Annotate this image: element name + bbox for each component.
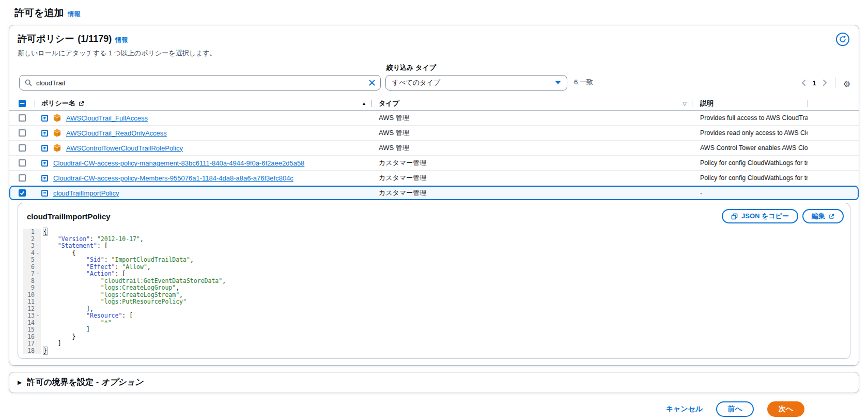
fold-marker-icon[interactable]: -: [35, 243, 41, 250]
chevron-down-icon: [555, 81, 561, 84]
page-info-link[interactable]: 情報: [68, 10, 80, 19]
column-policy-name[interactable]: ポリシー名: [41, 99, 75, 108]
fold-marker-icon[interactable]: [35, 278, 41, 285]
sort-icon[interactable]: ▽: [683, 101, 687, 107]
fold-marker-icon[interactable]: [35, 320, 41, 327]
fold-marker-icon[interactable]: [35, 257, 41, 264]
code-line: 10 "logs:CreateLogStream",: [23, 292, 846, 299]
code-line: 11 "logs:PutResourcePolicy": [23, 298, 846, 306]
fold-marker-icon[interactable]: [35, 264, 41, 271]
fold-marker-icon[interactable]: -: [35, 271, 41, 278]
fold-marker-icon[interactable]: -: [35, 312, 41, 320]
table-row[interactable]: Cloudtrail-CW-access-policy-management-8…: [9, 156, 859, 171]
policy-json-code[interactable]: 1- { 2 "Version": "2012-10-17", 3- "Stat…: [18, 228, 850, 358]
refresh-button[interactable]: [836, 33, 849, 46]
policy-type: カスタマー管理: [371, 173, 692, 183]
refresh-icon: [839, 36, 846, 43]
fold-marker-icon[interactable]: [35, 334, 41, 341]
external-link-icon: [829, 214, 834, 219]
expand-toggle-icon[interactable]: [41, 160, 48, 167]
table-row[interactable]: AWSCloudTrail_FullAccess AWS 管理 Provides…: [9, 111, 859, 126]
policy-name-link[interactable]: Cloudtrail-CW-access-policy-management-8…: [53, 159, 304, 167]
next-button[interactable]: 次へ: [767, 401, 804, 417]
fold-marker-icon[interactable]: [35, 284, 41, 292]
code-line: 18 }: [23, 348, 846, 355]
row-checkbox[interactable]: [19, 144, 26, 152]
expand-toggle-icon[interactable]: [41, 175, 48, 182]
policy-table-body: AWSCloudTrail_FullAccess AWS 管理 Provides…: [9, 111, 859, 201]
previous-button[interactable]: 前へ: [716, 401, 753, 417]
cancel-button[interactable]: キャンセル: [666, 404, 703, 414]
table-preferences-gear-icon[interactable]: ⚙: [843, 80, 850, 88]
fold-marker-icon[interactable]: [35, 348, 41, 355]
code-line: 15 ]: [23, 326, 846, 334]
aws-managed-policy-icon: [53, 129, 61, 137]
clear-search-icon[interactable]: [369, 80, 375, 86]
line-number: 11: [23, 298, 35, 306]
code-line: 6 "Effect": "Allow",: [23, 264, 846, 271]
panel-info-link[interactable]: 情報: [115, 36, 128, 44]
fold-marker-icon[interactable]: [35, 306, 41, 313]
table-row[interactable]: Cloudtrail-CW-access-policy-Members-9550…: [9, 171, 859, 186]
line-number: 1: [23, 229, 35, 236]
policy-description: Provides read only access to AWS Clou…: [692, 129, 808, 137]
line-number: 13: [23, 312, 35, 320]
column-type[interactable]: タイプ: [379, 99, 399, 108]
search-input[interactable]: [36, 79, 365, 87]
next-page-icon[interactable]: [822, 78, 829, 87]
pagination: 1: [800, 77, 838, 88]
policy-description: Policy for config CloudWathLogs for tr…: [692, 174, 808, 182]
expand-toggle-icon[interactable]: [41, 130, 48, 137]
expander-caret-icon[interactable]: ▶: [18, 379, 22, 386]
fold-marker-icon[interactable]: -: [35, 229, 41, 236]
fold-marker-icon[interactable]: [35, 340, 41, 348]
line-number: 10: [23, 292, 35, 299]
page-header: 許可を追加 情報: [0, 0, 868, 24]
fold-marker-icon[interactable]: -: [35, 250, 41, 257]
policy-name-link[interactable]: cloudTrailImportPolicy: [53, 189, 119, 197]
select-all-checkbox[interactable]: [19, 100, 26, 107]
policy-name-link[interactable]: Cloudtrail-CW-access-policy-Members-9550…: [53, 174, 293, 182]
current-page-number[interactable]: 1: [810, 79, 818, 87]
row-checkbox[interactable]: [19, 159, 26, 167]
sort-ascending-icon[interactable]: ▲: [362, 101, 366, 106]
edit-policy-button[interactable]: 編集: [802, 209, 844, 223]
line-number: 7: [23, 271, 35, 278]
column-description: 説明: [700, 99, 714, 108]
match-count: 6 一致: [574, 78, 593, 87]
policy-type: カスタマー管理: [371, 158, 692, 168]
code-line: 17 ]: [23, 340, 846, 348]
code-line: 14 "*": [23, 320, 846, 327]
expand-toggle-icon[interactable]: [41, 145, 48, 152]
fold-marker-icon[interactable]: [35, 326, 41, 334]
policy-description: -: [692, 189, 808, 197]
copy-json-button[interactable]: JSON をコピー: [722, 209, 798, 223]
policy-description: Policy for config CloudWathLogs for tr…: [692, 159, 808, 167]
permissions-boundary-expander[interactable]: ▶ 許可の境界を設定 - オプション: [9, 372, 859, 393]
policy-search-box[interactable]: [19, 75, 381, 91]
code-line: 1- {: [23, 229, 846, 236]
table-row[interactable]: cloudTrailImportPolicy カスタマー管理 -: [9, 186, 859, 201]
line-number: 17: [23, 340, 35, 348]
expand-toggle-icon[interactable]: [41, 190, 48, 197]
panel-title: 許可ポリシー: [18, 33, 74, 45]
fold-marker-icon[interactable]: [35, 236, 41, 243]
table-row[interactable]: AWSControlTowerCloudTrailRolePolicy AWS …: [9, 141, 859, 156]
table-row[interactable]: AWSCloudTrail_ReadOnlyAccess AWS 管理 Prov…: [9, 126, 859, 141]
policy-name-link[interactable]: AWSCloudTrail_ReadOnlyAccess: [66, 129, 167, 137]
panel-header: 許可ポリシー (1/1179) 情報: [9, 25, 859, 46]
policy-name-link[interactable]: AWSCloudTrail_FullAccess: [66, 114, 148, 122]
row-checkbox[interactable]: [19, 174, 26, 182]
row-checkbox[interactable]: [19, 189, 26, 197]
filter-type-select[interactable]: すべてのタイプ: [385, 75, 567, 91]
policy-name-link[interactable]: AWSControlTowerCloudTrailRolePolicy: [66, 144, 183, 152]
row-checkbox[interactable]: [19, 114, 26, 122]
divider: [835, 77, 835, 88]
fold-marker-icon[interactable]: [35, 292, 41, 299]
expand-toggle-icon[interactable]: [41, 115, 48, 122]
row-checkbox[interactable]: [19, 129, 26, 137]
external-link-icon: [79, 101, 84, 107]
filter-type-label: 絞り込み タイプ: [386, 63, 567, 72]
previous-page-icon[interactable]: [800, 78, 807, 87]
fold-marker-icon[interactable]: [35, 298, 41, 306]
